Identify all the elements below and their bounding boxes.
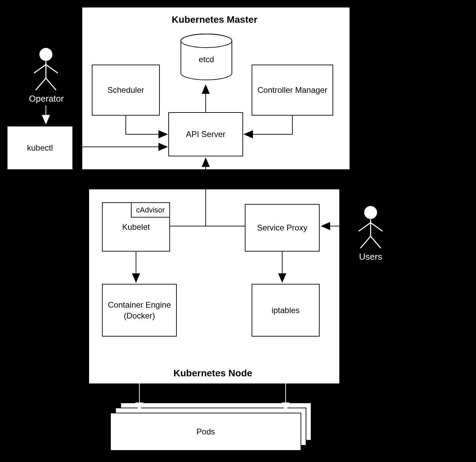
diagram-canvas: Kubernetes Master etcd Scheduler Control… <box>0 0 476 462</box>
arrows-layer <box>0 0 476 462</box>
